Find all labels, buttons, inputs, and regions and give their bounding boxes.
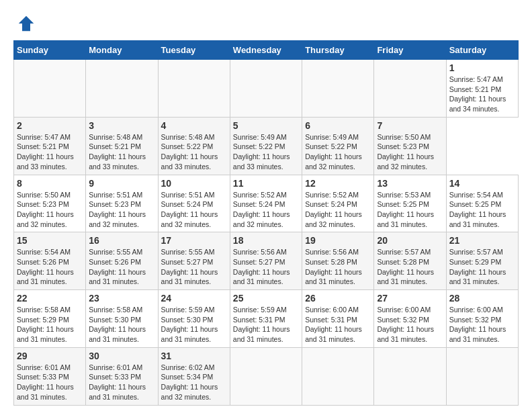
day-info: Sunrise: 5:50 AM Sunset: 5:23 PM Dayligh… xyxy=(377,132,443,172)
calendar-day-cell xyxy=(302,347,374,405)
calendar-day-cell: 12 Sunrise: 5:52 AM Sunset: 5:24 PM Dayl… xyxy=(302,175,374,232)
day-number: 12 xyxy=(305,178,371,189)
calendar-week-row: 2 Sunrise: 5:47 AM Sunset: 5:21 PM Dayli… xyxy=(14,117,519,175)
day-info: Sunrise: 6:01 AM Sunset: 5:33 PM Dayligh… xyxy=(17,363,83,402)
day-info: Sunrise: 5:53 AM Sunset: 5:25 PM Dayligh… xyxy=(377,190,443,230)
empty-day-cell xyxy=(14,60,86,118)
day-number: 1 xyxy=(449,62,515,73)
day-info: Sunrise: 5:55 AM Sunset: 5:27 PM Dayligh… xyxy=(161,247,227,287)
calendar-day-cell: 27 Sunrise: 6:00 AM Sunset: 5:32 PM Dayl… xyxy=(374,290,446,348)
calendar-day-cell: 16 Sunrise: 5:55 AM Sunset: 5:26 PM Dayl… xyxy=(86,232,158,290)
day-info: Sunrise: 5:54 AM Sunset: 5:25 PM Dayligh… xyxy=(449,190,515,230)
day-number: 23 xyxy=(89,293,154,304)
calendar-day-cell: 22 Sunrise: 5:58 AM Sunset: 5:29 PM Dayl… xyxy=(14,290,86,348)
day-info: Sunrise: 5:51 AM Sunset: 5:23 PM Dayligh… xyxy=(89,190,154,230)
calendar-day-cell: 10 Sunrise: 5:51 AM Sunset: 5:24 PM Dayl… xyxy=(158,175,230,232)
calendar-day-cell: 3 Sunrise: 5:48 AM Sunset: 5:21 PM Dayli… xyxy=(86,117,158,175)
calendar-day-cell: 20 Sunrise: 5:57 AM Sunset: 5:28 PM Dayl… xyxy=(374,232,446,290)
day-number: 6 xyxy=(305,120,371,131)
day-number: 17 xyxy=(161,235,227,246)
page-header xyxy=(13,13,519,34)
calendar-header-row: SundayMondayTuesdayWednesdayThursdayFrid… xyxy=(14,41,519,60)
calendar-body: 1 Sunrise: 5:47 AM Sunset: 5:21 PM Dayli… xyxy=(14,60,519,406)
calendar-weekday-header: Sunday xyxy=(14,41,86,60)
calendar-day-cell xyxy=(374,347,446,405)
day-number: 16 xyxy=(89,235,154,246)
logo xyxy=(13,13,36,34)
day-info: Sunrise: 5:48 AM Sunset: 5:21 PM Dayligh… xyxy=(89,132,154,172)
calendar-day-cell: 23 Sunrise: 5:58 AM Sunset: 5:30 PM Dayl… xyxy=(86,290,158,348)
logo-icon xyxy=(16,13,36,34)
calendar-day-cell: 1 Sunrise: 5:47 AM Sunset: 5:21 PM Dayli… xyxy=(446,60,518,118)
day-number: 21 xyxy=(449,235,515,246)
day-info: Sunrise: 5:49 AM Sunset: 5:22 PM Dayligh… xyxy=(305,132,371,172)
calendar-week-row: 29 Sunrise: 6:01 AM Sunset: 5:33 PM Dayl… xyxy=(14,347,519,405)
calendar-day-cell xyxy=(230,347,302,405)
day-number: 29 xyxy=(17,351,83,361)
day-info: Sunrise: 5:54 AM Sunset: 5:26 PM Dayligh… xyxy=(17,247,83,287)
calendar-table: SundayMondayTuesdayWednesdayThursdayFrid… xyxy=(13,40,519,406)
calendar-day-cell: 31 Sunrise: 6:02 AM Sunset: 5:34 PM Dayl… xyxy=(158,347,230,405)
calendar-day-cell: 4 Sunrise: 5:48 AM Sunset: 5:22 PM Dayli… xyxy=(158,117,230,175)
day-info: Sunrise: 5:50 AM Sunset: 5:23 PM Dayligh… xyxy=(17,190,83,230)
day-number: 19 xyxy=(305,235,371,246)
calendar-week-row: 8 Sunrise: 5:50 AM Sunset: 5:23 PM Dayli… xyxy=(14,175,519,232)
empty-day-cell xyxy=(230,60,302,118)
day-info: Sunrise: 5:57 AM Sunset: 5:28 PM Dayligh… xyxy=(377,247,443,287)
day-info: Sunrise: 5:59 AM Sunset: 5:30 PM Dayligh… xyxy=(161,305,227,345)
day-number: 10 xyxy=(161,178,227,189)
day-info: Sunrise: 5:56 AM Sunset: 5:28 PM Dayligh… xyxy=(305,247,371,287)
calendar-day-cell: 19 Sunrise: 5:56 AM Sunset: 5:28 PM Dayl… xyxy=(302,232,374,290)
day-number: 15 xyxy=(17,235,83,246)
day-number: 24 xyxy=(161,293,227,304)
calendar-week-row: 22 Sunrise: 5:58 AM Sunset: 5:29 PM Dayl… xyxy=(14,290,519,348)
calendar-weekday-header: Wednesday xyxy=(230,41,302,60)
day-info: Sunrise: 6:00 AM Sunset: 5:32 PM Dayligh… xyxy=(377,305,443,345)
day-info: Sunrise: 5:57 AM Sunset: 5:29 PM Dayligh… xyxy=(449,247,515,287)
calendar-day-cell: 17 Sunrise: 5:55 AM Sunset: 5:27 PM Dayl… xyxy=(158,232,230,290)
day-info: Sunrise: 5:47 AM Sunset: 5:21 PM Dayligh… xyxy=(17,132,83,172)
calendar-day-cell: 13 Sunrise: 5:53 AM Sunset: 5:25 PM Dayl… xyxy=(374,175,446,232)
day-info: Sunrise: 5:47 AM Sunset: 5:21 PM Dayligh… xyxy=(449,75,515,114)
calendar-day-cell: 7 Sunrise: 5:50 AM Sunset: 5:23 PM Dayli… xyxy=(374,117,446,175)
calendar-day-cell: 18 Sunrise: 5:56 AM Sunset: 5:27 PM Dayl… xyxy=(230,232,302,290)
day-number: 25 xyxy=(233,293,299,304)
day-number: 26 xyxy=(305,293,371,304)
day-number: 8 xyxy=(17,178,83,189)
day-number: 3 xyxy=(89,120,154,131)
day-number: 20 xyxy=(377,235,443,246)
day-number: 28 xyxy=(449,293,515,304)
calendar-weekday-header: Monday xyxy=(86,41,158,60)
calendar-day-cell: 2 Sunrise: 5:47 AM Sunset: 5:21 PM Dayli… xyxy=(14,117,86,175)
calendar-day-cell xyxy=(446,347,518,405)
day-info: Sunrise: 6:02 AM Sunset: 5:34 PM Dayligh… xyxy=(161,363,227,402)
day-number: 9 xyxy=(89,178,154,189)
day-number: 4 xyxy=(161,120,227,131)
day-number: 11 xyxy=(233,178,299,189)
day-number: 18 xyxy=(233,235,299,246)
day-info: Sunrise: 5:51 AM Sunset: 5:24 PM Dayligh… xyxy=(161,190,227,230)
calendar-weekday-header: Thursday xyxy=(302,41,374,60)
svg-marker-0 xyxy=(19,16,34,32)
calendar-day-cell: 11 Sunrise: 5:52 AM Sunset: 5:24 PM Dayl… xyxy=(230,175,302,232)
day-info: Sunrise: 5:52 AM Sunset: 5:24 PM Dayligh… xyxy=(305,190,371,230)
calendar-day-cell: 29 Sunrise: 6:01 AM Sunset: 5:33 PM Dayl… xyxy=(14,347,86,405)
day-info: Sunrise: 6:00 AM Sunset: 5:32 PM Dayligh… xyxy=(449,305,515,345)
day-number: 22 xyxy=(17,293,83,304)
day-info: Sunrise: 5:48 AM Sunset: 5:22 PM Dayligh… xyxy=(161,132,227,172)
day-info: Sunrise: 5:49 AM Sunset: 5:22 PM Dayligh… xyxy=(233,132,299,172)
calendar-week-row: 1 Sunrise: 5:47 AM Sunset: 5:21 PM Dayli… xyxy=(14,60,519,118)
day-info: Sunrise: 5:52 AM Sunset: 5:24 PM Dayligh… xyxy=(233,190,299,230)
day-number: 14 xyxy=(449,178,515,189)
calendar-weekday-header: Saturday xyxy=(446,41,518,60)
day-info: Sunrise: 6:01 AM Sunset: 5:33 PM Dayligh… xyxy=(89,363,154,402)
day-number: 31 xyxy=(161,351,227,361)
calendar-day-cell: 5 Sunrise: 5:49 AM Sunset: 5:22 PM Dayli… xyxy=(230,117,302,175)
empty-day-cell xyxy=(302,60,374,118)
calendar-day-cell: 15 Sunrise: 5:54 AM Sunset: 5:26 PM Dayl… xyxy=(14,232,86,290)
calendar-day-cell: 9 Sunrise: 5:51 AM Sunset: 5:23 PM Dayli… xyxy=(86,175,158,232)
day-number: 2 xyxy=(17,120,83,131)
day-info: Sunrise: 5:55 AM Sunset: 5:26 PM Dayligh… xyxy=(89,247,154,287)
day-number: 13 xyxy=(377,178,443,189)
day-info: Sunrise: 5:59 AM Sunset: 5:31 PM Dayligh… xyxy=(233,305,299,345)
